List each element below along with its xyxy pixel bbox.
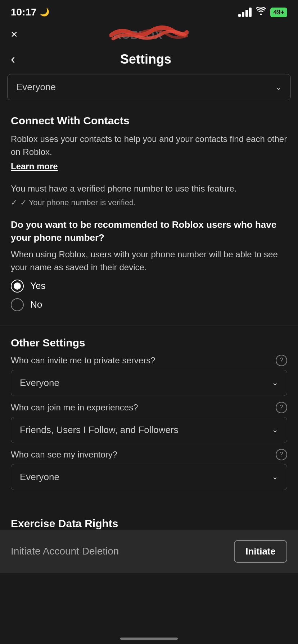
- experiences-dropdown[interactable]: Friends, Users I Follow, and Followers ⌄: [11, 417, 287, 443]
- moon-icon: 🌙: [40, 8, 49, 17]
- inventory-value: Everyone: [20, 472, 59, 483]
- page-title: Settings: [22, 52, 269, 67]
- app-logo: ROBLOX: [109, 25, 189, 43]
- initiate-row: Initiate Account Deletion Initiate: [0, 530, 298, 573]
- settings-header: ‹ Settings: [0, 47, 298, 74]
- first-everyone-dropdown[interactable]: Everyone ⌄: [7, 74, 291, 100]
- initiate-account-deletion-text: Initiate Account Deletion: [11, 546, 119, 557]
- inventory-dropdown[interactable]: Everyone ⌄: [11, 464, 287, 490]
- connect-contacts-description: Roblox uses your contacts to help you an…: [11, 133, 287, 158]
- signal-icon: [238, 8, 252, 17]
- home-indicator: [120, 638, 178, 640]
- back-button[interactable]: ‹: [11, 53, 15, 66]
- inventory-question: Who can see my inventory? ?: [11, 449, 287, 460]
- time-text: 10:17: [11, 6, 37, 18]
- learn-more-link[interactable]: Learn more: [11, 161, 58, 171]
- connect-contacts-section: Connect With Contacts Roblox uses your c…: [0, 111, 298, 318]
- experiences-help-icon[interactable]: ?: [276, 402, 287, 413]
- top-nav-bar: × ROBLOX: [0, 22, 298, 47]
- exercise-data-section: Exercise Data Rights: [0, 510, 298, 530]
- radio-no-item[interactable]: No: [11, 298, 287, 311]
- private-servers-label: Who can invite me to private servers?: [11, 355, 155, 365]
- exercise-data-title: Exercise Data Rights: [11, 518, 287, 530]
- section-divider-1: [0, 326, 298, 326]
- private-servers-help-icon[interactable]: ?: [276, 355, 287, 366]
- other-settings-title: Other Settings: [11, 337, 287, 349]
- first-dropdown-arrow: ⌄: [275, 83, 282, 92]
- verified-text: ✓ Your phone number is verified.: [20, 198, 136, 207]
- close-button[interactable]: ×: [11, 28, 18, 40]
- status-right: 49+: [238, 7, 287, 17]
- private-servers-question: Who can invite me to private servers? ?: [11, 355, 287, 366]
- other-settings-section: Other Settings Who can invite me to priv…: [0, 333, 298, 503]
- private-servers-row: Who can invite me to private servers? ? …: [11, 355, 287, 396]
- experiences-value: Friends, Users I Follow, and Followers: [20, 424, 179, 436]
- experiences-arrow: ⌄: [272, 425, 278, 434]
- experiences-row: Who can join me in experiences? ? Friend…: [11, 402, 287, 443]
- battery-badge: 49+: [270, 8, 287, 17]
- logo-area: ROBLOX: [109, 25, 189, 43]
- radio-no-circle: [11, 298, 24, 311]
- status-bar: 10:17 🌙 49+: [0, 0, 298, 22]
- inventory-row: Who can see my inventory? ? Everyone ⌄: [11, 449, 287, 490]
- experiences-label: Who can join me in experiences?: [11, 402, 138, 413]
- private-servers-value: Everyone: [20, 377, 59, 388]
- check-icon: ✓: [11, 198, 17, 207]
- status-time: 10:17 🌙: [11, 6, 49, 18]
- experiences-question: Who can join me in experiences? ?: [11, 402, 287, 413]
- initiate-button[interactable]: Initiate: [234, 540, 287, 563]
- connect-contacts-title: Connect With Contacts: [11, 115, 287, 127]
- verified-note-text: You must have a verified phone number to…: [11, 182, 287, 195]
- radio-group: Yes No: [11, 280, 287, 311]
- radio-yes-circle: [11, 280, 24, 293]
- radio-yes-label: Yes: [30, 280, 45, 291]
- radio-yes-item[interactable]: Yes: [11, 280, 287, 293]
- wifi-icon: [256, 7, 266, 17]
- radio-no-label: No: [30, 299, 42, 310]
- private-servers-dropdown[interactable]: Everyone ⌄: [11, 370, 287, 396]
- inventory-label: Who can see my inventory?: [11, 450, 117, 460]
- recommendation-question: Do you want to be recommended to Roblox …: [11, 218, 287, 244]
- recommendation-sub: When using Roblox, users with your phone…: [11, 248, 287, 274]
- first-dropdown-value: Everyone: [16, 82, 56, 93]
- verified-line: ✓ ✓ Your phone number is verified.: [11, 198, 287, 207]
- private-servers-arrow: ⌄: [272, 378, 278, 387]
- inventory-help-icon[interactable]: ?: [276, 449, 287, 460]
- inventory-arrow: ⌄: [272, 472, 278, 482]
